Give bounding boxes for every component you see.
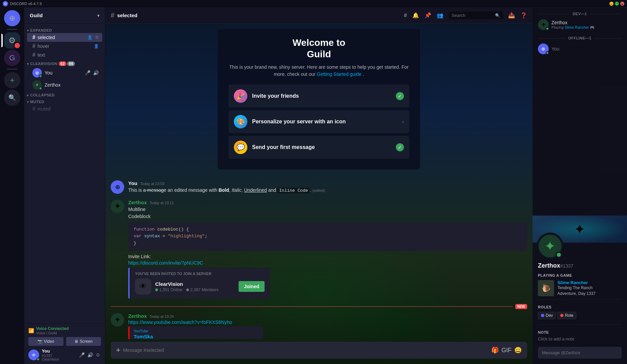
roles-list: Dev Role	[538, 312, 622, 319]
rp-zerthox-status	[546, 27, 549, 30]
member-you[interactable]: ⊕ You 🎤 🔊	[27, 67, 102, 79]
server-icon-guild[interactable]: ⚙	[4, 32, 20, 49]
screen-button[interactable]: 🖥 Screen	[66, 337, 101, 346]
role-role[interactable]: Role	[557, 312, 576, 319]
search-box[interactable]: 🔍	[449, 11, 503, 19]
explore-servers-button[interactable]: 🔍	[4, 90, 20, 106]
channel-name: selected	[37, 35, 55, 40]
role-dev[interactable]: Dev	[538, 312, 556, 319]
category-collapsed[interactable]: ▸ COLLAPSED	[24, 91, 105, 98]
invite-stat-members: 2,387 Members	[186, 287, 218, 292]
channel-invite-icon[interactable]: 👤	[87, 34, 93, 40]
server-icon-2[interactable]: G	[4, 50, 20, 66]
note-input[interactable]: Click to add a note	[538, 336, 622, 341]
dm-input[interactable]: Message @Zerthox	[538, 347, 622, 359]
activity-game-detail2: Adventure, Day 1337	[557, 291, 622, 297]
voice-channel-label: Voice / Guild	[36, 331, 69, 335]
gift-icon[interactable]: 🎁	[491, 346, 499, 354]
guild-chevron-icon: ▾	[97, 13, 100, 18]
server-divider-2	[7, 69, 18, 69]
channel-hover[interactable]: # hover 👤	[27, 42, 102, 51]
discord-home-button[interactable]: ⊕	[4, 10, 20, 26]
message-text-you: This is a message an edited message with…	[128, 187, 527, 194]
pin-icon[interactable]: 📌	[425, 12, 431, 19]
channel-text[interactable]: # text	[27, 51, 102, 59]
mute-panel-icon[interactable]: 🎤	[78, 352, 85, 358]
invite-joined-button[interactable]: Joined	[239, 281, 265, 292]
clearvision-badge2: 99	[67, 61, 75, 66]
header-icons: # 🔔 📌 👥 🔍 📥 ❓	[404, 11, 527, 19]
inbox-icon[interactable]: 📥	[508, 12, 515, 19]
rp-member-you[interactable]: ⊕ You	[533, 41, 627, 56]
rp-member-zerthox[interactable]: ✦ Zerthox Playing Slime Rancher 🎮	[533, 17, 627, 32]
discord-logo: D	[3, 1, 8, 6]
role-role-dot	[560, 314, 564, 317]
members-icon[interactable]: 👥	[437, 12, 443, 19]
voice-connected-label: Voice Connected	[36, 326, 69, 331]
invite-link-container: Invite Link: https://discord.com/invite/…	[128, 253, 527, 266]
category-expanded[interactable]: ▾ EXPANDED	[24, 26, 105, 33]
channel-name: muted	[37, 106, 51, 112]
add-server-button[interactable]: +	[4, 72, 20, 88]
invite-card: YOU'VE BEEN INVITED TO JOIN A SERVER 👁 C…	[128, 268, 270, 299]
profile-tag-text: #1337	[560, 263, 573, 269]
channel-header: # selected # 🔔 📌 👥 🔍 📥 ❓	[105, 7, 533, 24]
channel-invite-icon[interactable]: 👤	[93, 43, 100, 49]
headphones-panel-icon[interactable]: 🔊	[87, 352, 94, 358]
rp-you-avatar: ⊕	[538, 43, 549, 54]
profile-card: ✦ ✦ Zerthox#1337 PLAYING A GAME 🐌 Slime …	[533, 215, 627, 364]
user-panel-actions: 🎤 🔊 ⚙	[78, 352, 101, 358]
add-content-button[interactable]: +	[116, 342, 120, 359]
user-panel-avatar: ⊕	[28, 350, 39, 360]
task-first-message[interactable]: 💬 Send your first message ✓	[228, 136, 409, 159]
guild-header[interactable]: Guild ▾	[24, 7, 105, 24]
category-muted[interactable]: ▾ MUTED	[24, 98, 105, 104]
messages-area[interactable]: Welcome toGuild This is your brand new, …	[105, 24, 533, 339]
help-icon[interactable]: ❓	[520, 12, 527, 19]
close-button[interactable]: ×	[620, 2, 624, 6]
mute-icon[interactable]: 🎤	[84, 69, 91, 76]
bell-icon[interactable]: 🔔	[412, 12, 419, 19]
task-invite-friends[interactable]: 🎉 Invite your friends ✓	[228, 85, 409, 108]
msg-inline-code: Inline Code	[277, 188, 310, 193]
profile-divider-2	[538, 325, 622, 325]
invite-link[interactable]: https://discord.com/invite/7pNUC9C	[128, 260, 527, 266]
hash-icon[interactable]: #	[404, 12, 407, 19]
member-zerthox[interactable]: ✦ Zerthox	[27, 79, 102, 91]
message-header-zerthox-2: Zerthox Today at 23:24	[128, 313, 527, 319]
rp-offline-label: OFFLINE—1	[533, 32, 627, 41]
emoji-icon[interactable]: 😀	[514, 346, 522, 354]
role-dev-label: Dev	[546, 313, 553, 318]
profile-avatar-container: ✦	[537, 233, 564, 260]
maximize-button[interactable]: □	[615, 2, 619, 6]
minimize-button[interactable]: −	[609, 2, 614, 6]
video-button[interactable]: 📷 Video	[28, 337, 63, 346]
rp-zerthox-info: Zerthox Playing Slime Rancher 🎮	[551, 20, 595, 30]
gif-icon[interactable]: GIF	[501, 347, 512, 354]
search-input[interactable]	[452, 13, 493, 18]
channel-settings-icon[interactable]: ⚙	[94, 34, 100, 40]
new-message-divider: NEW	[111, 304, 527, 309]
titlebar-controls[interactable]: − □ ×	[609, 2, 624, 6]
youtube-link[interactable]: https://www.youtube.com/watch?v=foFKXS6N…	[128, 320, 527, 325]
msg-text-3: ,	[229, 187, 232, 193]
message-input[interactable]	[123, 343, 489, 358]
channel-selected[interactable]: # selected 👤 ⚙	[27, 33, 102, 42]
category-clearvision[interactable]: ▾ ClearVision 02 99	[24, 59, 105, 67]
channel-hash-icon: #	[32, 43, 35, 49]
channel-muted[interactable]: # muted	[27, 104, 102, 113]
welcome-title: Welcome toGuild	[228, 37, 409, 60]
rp-dev-label-text: DEV—1	[573, 12, 587, 16]
welcome-subtitle-period: .	[363, 71, 364, 77]
invite-server-icon: 👁	[135, 278, 151, 295]
message-author-zerthox-2: Zerthox	[128, 313, 147, 319]
activity-game-detail1: Tending The Ranch	[557, 285, 622, 291]
deafen-icon[interactable]: 🔊	[92, 69, 100, 76]
settings-panel-icon[interactable]: ⚙	[95, 352, 101, 358]
message-group-you: ⊕ You Today at 23:03 This is a message a…	[111, 180, 527, 194]
getting-started-link[interactable]: Getting Started guide	[317, 71, 361, 77]
task-personalize[interactable]: 🎨 Personalize your server with an icon ›	[228, 110, 409, 133]
message-author-zerthox-1: Zerthox	[128, 200, 147, 205]
roles-title-label: ROLES	[538, 305, 622, 309]
member-you-actions: 🎤 🔊	[84, 69, 100, 76]
